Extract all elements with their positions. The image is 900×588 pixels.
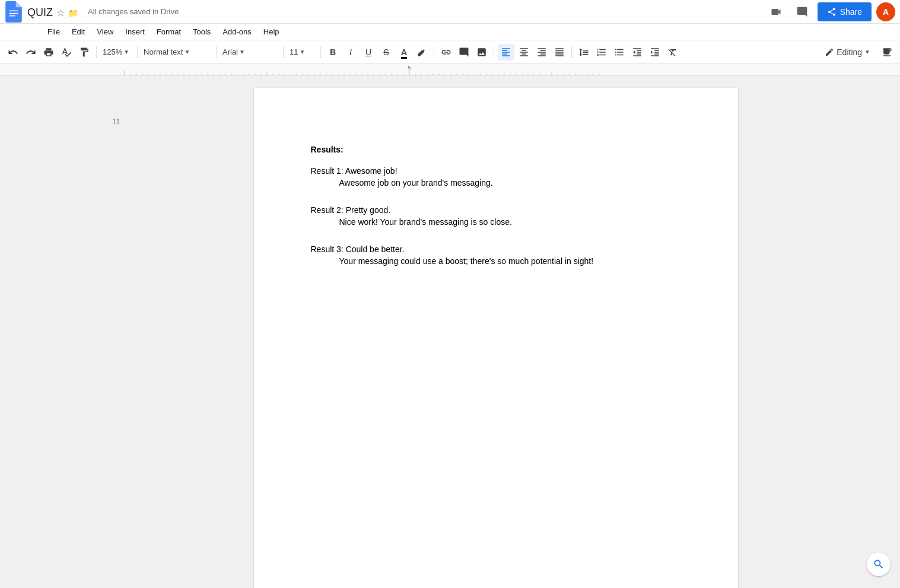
result-2-title: Result 2: Pretty good. xyxy=(311,205,681,215)
italic-button[interactable]: I xyxy=(342,44,359,61)
top-bar: QUIZ ☆ 📁 All changes saved in Drive Shar… xyxy=(0,0,900,24)
zoom-value: 125% xyxy=(103,47,122,56)
menu-bar: File Edit View Insert Format Tools Add-o… xyxy=(0,24,900,40)
result-block-1: Result 1: Awesome job! Awesome job on yo… xyxy=(311,166,681,187)
document-page: Results: Result 1: Awesome job! Awesome … xyxy=(254,88,738,588)
align-left-button[interactable] xyxy=(498,44,514,61)
link-button[interactable] xyxy=(438,44,454,61)
divider-4 xyxy=(283,46,284,58)
zoom-button-area xyxy=(867,552,891,576)
zoom-select[interactable]: 125% ▼ xyxy=(100,44,133,61)
right-sidebar xyxy=(867,76,900,588)
collapse-sidebar-button[interactable] xyxy=(879,44,895,61)
page-numbers: 11 xyxy=(113,117,120,125)
avatar[interactable]: A xyxy=(876,2,895,21)
divider-1 xyxy=(96,46,97,58)
docs-icon[interactable] xyxy=(5,1,23,23)
result-1-desc: Awesome job on your brand's messaging. xyxy=(311,178,681,187)
highlight-button[interactable] xyxy=(414,44,430,61)
text-color-button[interactable]: A xyxy=(396,44,412,61)
text-style-arrow-icon: ▼ xyxy=(184,49,190,55)
toolbar: 125% ▼ Normal text ▼ Arial ▼ 11 ▼ B I U … xyxy=(0,40,900,64)
font-select[interactable]: Arial ▼ xyxy=(220,44,279,61)
increase-indent-button[interactable] xyxy=(647,44,663,61)
meet-button[interactable] xyxy=(765,1,787,23)
font-value: Arial xyxy=(222,47,238,56)
text-style-value: Normal text xyxy=(144,47,183,56)
spellcheck-button[interactable] xyxy=(58,44,75,61)
font-size-arrow-icon: ▼ xyxy=(299,49,305,55)
doc-area[interactable]: Results: Result 1: Awesome job! Awesome … xyxy=(125,76,867,588)
result-1-title: Result 1: Awesome job! xyxy=(311,166,681,176)
menu-help[interactable]: Help xyxy=(259,26,284,37)
result-block-3: Result 3: Could be better. Your messagin… xyxy=(311,244,681,266)
redo-button[interactable] xyxy=(23,44,39,61)
menu-file[interactable]: File xyxy=(43,26,65,37)
result-2-desc: Nice work! Your brand's messaging is so … xyxy=(311,217,681,227)
comment-button[interactable] xyxy=(791,1,813,23)
folder-icon[interactable]: 📁 xyxy=(68,8,78,18)
menu-view[interactable]: View xyxy=(92,26,118,37)
align-right-button[interactable] xyxy=(533,44,550,61)
numbered-list-button[interactable] xyxy=(593,44,610,61)
page-number-indicator: 11 xyxy=(113,117,120,125)
add-comment-button[interactable] xyxy=(456,44,472,61)
result-3-desc: Your messaging could use a boost; there'… xyxy=(311,256,681,266)
zoom-arrow-icon: ▼ xyxy=(123,49,129,55)
clear-formatting-button[interactable] xyxy=(664,44,681,61)
main-area: 11 Results: Result 1: Awesome job! Aweso… xyxy=(0,76,900,588)
divider-6 xyxy=(434,46,434,58)
divider-8 xyxy=(571,46,572,58)
line-spacing-button[interactable] xyxy=(575,44,592,61)
star-icon[interactable]: ☆ xyxy=(56,7,65,18)
explore-button[interactable] xyxy=(867,552,891,576)
bulleted-list-button[interactable] xyxy=(611,44,628,61)
doc-title[interactable]: QUIZ xyxy=(27,7,53,19)
menu-addons[interactable]: Add-ons xyxy=(218,26,256,37)
ruler xyxy=(0,64,900,76)
menu-edit[interactable]: Edit xyxy=(67,26,90,37)
font-size-value: 11 xyxy=(290,47,298,56)
bold-button[interactable]: B xyxy=(325,44,341,61)
underline-button[interactable]: U xyxy=(360,44,377,61)
editing-mode-label: Editing xyxy=(837,47,862,57)
text-style-select[interactable]: Normal text ▼ xyxy=(141,44,212,61)
print-button[interactable] xyxy=(40,44,57,61)
divider-3 xyxy=(216,46,217,58)
result-block-2: Result 2: Pretty good. Nice work! Your b… xyxy=(311,205,681,227)
decrease-indent-button[interactable] xyxy=(629,44,645,61)
align-center-button[interactable] xyxy=(516,44,532,61)
image-button[interactable] xyxy=(473,44,490,61)
undo-button[interactable] xyxy=(5,44,21,61)
svg-rect-0 xyxy=(9,10,18,11)
divider-7 xyxy=(494,46,494,58)
share-button[interactable]: Share xyxy=(818,2,872,21)
doc-heading: Results: xyxy=(311,145,681,154)
align-justify-button[interactable] xyxy=(551,44,568,61)
divider-5 xyxy=(320,46,321,58)
strikethrough-button[interactable]: S xyxy=(378,44,395,61)
share-label: Share xyxy=(840,7,862,17)
result-3-title: Result 3: Could be better. xyxy=(311,244,681,254)
menu-tools[interactable]: Tools xyxy=(188,26,215,37)
left-margin: 11 xyxy=(0,76,125,588)
top-right-actions: Share A xyxy=(765,1,895,23)
font-arrow-icon: ▼ xyxy=(239,49,245,55)
menu-format[interactable]: Format xyxy=(152,26,186,37)
editing-mode-arrow-icon: ▼ xyxy=(864,49,870,55)
svg-rect-1 xyxy=(9,12,18,14)
divider-2 xyxy=(137,46,138,58)
font-size-select[interactable]: 11 ▼ xyxy=(287,44,317,61)
save-status: All changes saved in Drive xyxy=(88,7,179,16)
svg-rect-2 xyxy=(9,15,15,17)
editing-mode-select[interactable]: Editing ▼ xyxy=(820,45,875,59)
paint-format-button[interactable] xyxy=(76,44,93,61)
menu-insert[interactable]: Insert xyxy=(120,26,150,37)
title-area: QUIZ ☆ 📁 xyxy=(27,4,78,19)
